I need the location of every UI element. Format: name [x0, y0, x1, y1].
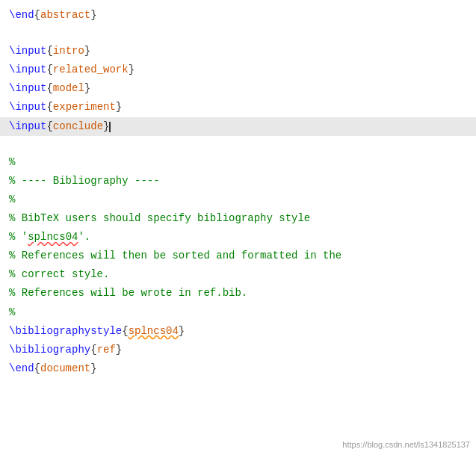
code-line: % correct style. — [0, 265, 476, 284]
latex-command: \input — [9, 101, 46, 113]
comment-text: % ' — [9, 231, 28, 243]
code-line: % References will then be sorted and for… — [0, 247, 476, 265]
code-line: % — [0, 191, 476, 209]
latex-command: \bibliographystyle — [9, 325, 122, 337]
code-line: \input{model} — [0, 79, 476, 98]
latex-command: \input — [9, 64, 46, 75]
latex-arg: abstract — [40, 9, 90, 21]
code-line: % BibTeX users should specify bibliograp… — [0, 209, 476, 228]
comment-text: % — [9, 194, 15, 205]
code-line: \bibliography{ref} — [0, 341, 476, 359]
comment-text: % ---- Bibliography ---- — [9, 175, 160, 187]
text-cursor — [109, 122, 111, 132]
code-line: \input{intro} — [0, 42, 476, 61]
latex-arg: document — [40, 362, 90, 374]
code-line: \input{related_work} — [0, 61, 476, 79]
latex-arg: ref — [97, 344, 116, 356]
empty-line — [0, 136, 476, 153]
latex-command: \input — [9, 82, 46, 94]
comment-text: % BibTeX users should specify bibliograp… — [9, 212, 310, 224]
latex-command: \input — [9, 45, 46, 57]
latex-arg: model — [53, 82, 84, 94]
latex-command: \input — [9, 120, 46, 132]
code-line: \input{experiment} — [0, 98, 476, 117]
latex-command: \bibliography — [9, 344, 90, 356]
comment-text: % correct style. — [9, 268, 109, 280]
comment-text: % References will be wrote in ref.bib. — [9, 287, 247, 299]
comment-text: % — [9, 306, 15, 318]
comment-text: % References will then be sorted and for… — [9, 250, 341, 262]
code-line-active: \input{conclude} — [0, 117, 476, 136]
code-line: % References will be wrote in ref.bib. — [0, 284, 476, 303]
squiggle-word: splncs04 — [28, 231, 78, 243]
code-line: \end{document} — [0, 359, 476, 378]
code-line: \end{abstract} — [0, 6, 476, 25]
footer-link[interactable]: https://blog.csdn.net/ls1341825137 — [342, 439, 470, 452]
code-line: % 'splncs04'. — [0, 228, 476, 247]
latex-command: \end — [9, 9, 34, 21]
latex-arg: related_work — [53, 64, 129, 75]
comment-text: '. — [78, 231, 90, 243]
empty-line — [0, 25, 476, 42]
code-line: % ---- Bibliography ---- — [0, 172, 476, 191]
code-line: % — [0, 303, 476, 322]
code-editor: \end{abstract} \input{intro} \input{rela… — [0, 0, 476, 458]
latex-arg: experiment — [53, 101, 116, 113]
code-line: % — [0, 153, 476, 172]
latex-arg-squiggle: splncs04 — [129, 325, 179, 337]
comment-text: % — [9, 156, 15, 168]
latex-arg: conclude — [53, 120, 103, 132]
latex-arg: intro — [53, 45, 84, 57]
code-line: \bibliographystyle{splncs04} — [0, 322, 476, 341]
latex-command: \end — [9, 362, 34, 374]
